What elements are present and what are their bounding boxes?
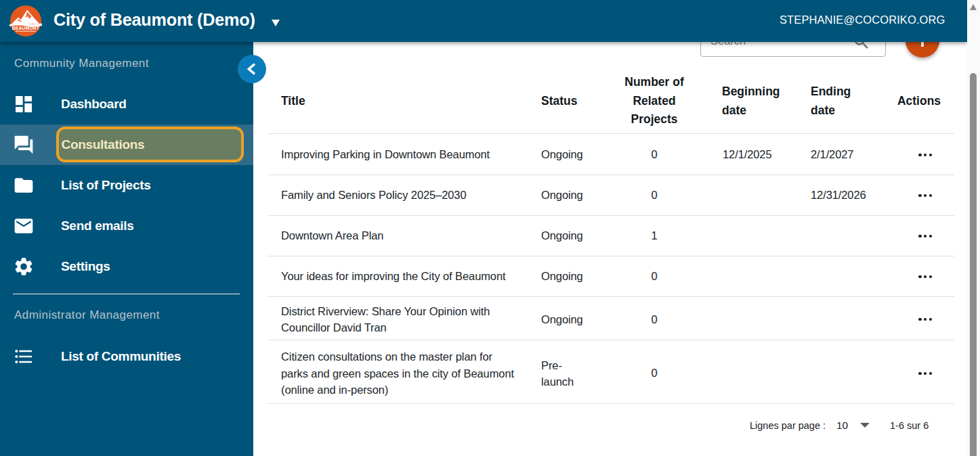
svg-text:BEAUMONT: BEAUMONT	[12, 26, 40, 30]
